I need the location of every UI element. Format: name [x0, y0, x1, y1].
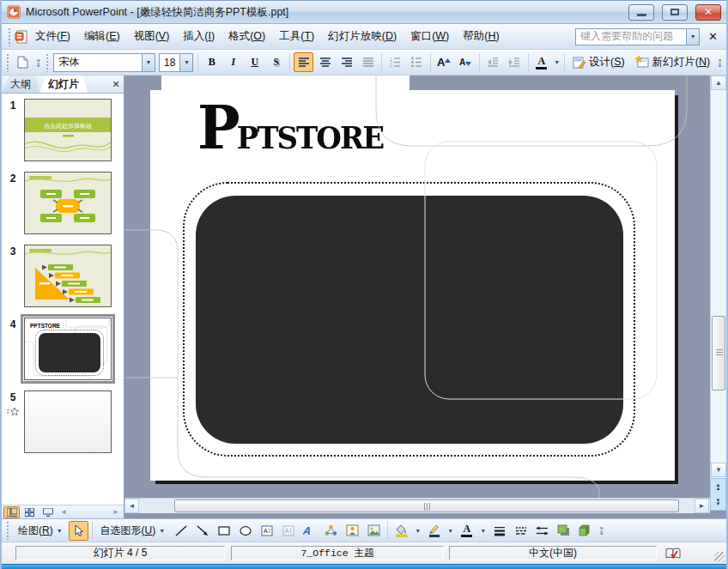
3d-style-button[interactable]	[575, 521, 595, 541]
menu-window[interactable]: 窗口(W)	[403, 26, 456, 47]
horizontal-scrollbar[interactable]: ◄ ►	[124, 498, 710, 513]
scroll-right-icon[interactable]: ►	[112, 508, 119, 516]
tab-slides[interactable]: 幻灯片	[39, 76, 88, 93]
new-document-button[interactable]	[13, 52, 33, 72]
dash-style-button[interactable]	[511, 521, 531, 541]
help-search-dropdown[interactable]: ▼	[686, 29, 699, 45]
draw-font-color-dropdown[interactable]: ▼	[477, 524, 488, 536]
dark-rounded-rectangle[interactable]	[196, 196, 623, 444]
font-color-button[interactable]: A	[531, 52, 551, 72]
slide-thumbnail-2[interactable]	[24, 172, 112, 234]
spell-check-icon[interactable]	[665, 547, 682, 560]
draw-font-color-button[interactable]: A	[457, 521, 476, 541]
vertical-scroll-thumb[interactable]	[712, 316, 725, 390]
help-search-box[interactable]: 键入需要帮助的问题 ▼	[575, 28, 700, 45]
arrow-tool-button[interactable]	[192, 521, 212, 541]
toolbar-drag-handle[interactable]	[46, 53, 49, 72]
vertical-scrollbar[interactable]: ▲ ▼	[710, 76, 726, 511]
text-shadow-button[interactable]: S	[266, 52, 286, 72]
slide-canvas[interactable]: PPTSTORE	[150, 90, 675, 481]
new-slide-button[interactable]: 新幻灯片(N)	[630, 53, 715, 71]
fill-color-dropdown[interactable]: ▼	[412, 524, 423, 536]
scroll-right-button[interactable]: ►	[695, 499, 709, 513]
draw-menu-button[interactable]: 绘图(R) ▼	[13, 522, 68, 540]
line-style-button[interactable]	[489, 521, 509, 541]
previous-slide-button[interactable]: ▲▲	[711, 479, 725, 494]
numbered-list-button[interactable]: 123	[385, 52, 405, 72]
close-button[interactable]: ✕	[695, 4, 721, 21]
slide-design-button[interactable]: 设计(S)	[567, 53, 630, 71]
scroll-left-icon[interactable]: ◄	[60, 508, 67, 516]
line-color-button[interactable]	[424, 521, 444, 541]
scroll-up-button[interactable]: ▲	[711, 76, 726, 90]
menubar-close-button[interactable]: ✕	[707, 30, 723, 43]
font-name-combo[interactable]: 宋体 ▼	[53, 53, 155, 72]
toolbar-options-chevron[interactable]: »⇓	[596, 520, 607, 541]
align-left-button[interactable]	[294, 52, 313, 72]
clip-art-button[interactable]	[343, 521, 362, 541]
menu-format[interactable]: 格式(O)	[221, 26, 272, 47]
wordart-button[interactable]: A	[300, 521, 319, 541]
vertical-text-box-button[interactable]: A	[278, 521, 298, 541]
tab-outline[interactable]: 大纲	[2, 76, 39, 93]
panel-scrollbar[interactable]: ◄ ►	[58, 508, 122, 516]
toolbar-options-chevron[interactable]: »⇓	[715, 52, 725, 73]
diagram-button[interactable]	[321, 521, 341, 541]
align-center-button[interactable]	[315, 52, 335, 72]
scroll-left-button[interactable]: ◄	[124, 499, 139, 513]
slide-sorter-view-button[interactable]	[21, 506, 38, 518]
offslide-shape[interactable]	[161, 76, 410, 90]
font-size-combo[interactable]: 18 ▼	[159, 53, 193, 72]
menu-edit[interactable]: 编辑(E)	[77, 26, 127, 47]
italic-button[interactable]: I	[223, 52, 243, 72]
pptstore-logo[interactable]: PPTSTORE	[197, 95, 383, 169]
increase-indent-button[interactable]	[505, 52, 525, 72]
bullet-list-button[interactable]	[407, 52, 427, 72]
font-name-dropdown[interactable]: ▼	[142, 54, 155, 71]
shadow-style-button[interactable]	[554, 521, 573, 541]
menu-help[interactable]: 帮助(H)	[456, 26, 506, 47]
oval-tool-button[interactable]	[235, 521, 255, 541]
slide-thumbnail-5[interactable]	[24, 390, 112, 453]
scroll-down-button[interactable]: ▼	[711, 463, 726, 477]
decrease-font-size-button[interactable]: A	[456, 52, 476, 72]
rectangle-tool-button[interactable]	[214, 521, 234, 541]
menu-view[interactable]: 视图(V)	[127, 26, 177, 47]
decrease-indent-button[interactable]	[483, 52, 503, 72]
slide-thumbnail-3[interactable]	[24, 245, 112, 307]
menu-insert[interactable]: 插入(I)	[176, 26, 221, 47]
slide-thumbnail-1[interactable]: 点击此处添加标题	[24, 99, 112, 161]
increase-font-size-button[interactable]: A	[434, 52, 454, 72]
bold-button[interactable]: B	[202, 52, 221, 72]
menu-tools[interactable]: 工具(T)	[272, 26, 321, 47]
line-tool-button[interactable]	[171, 521, 191, 541]
fill-color-button[interactable]	[391, 521, 411, 541]
menu-slideshow[interactable]: 幻灯片放映(D)	[321, 26, 403, 47]
distribute-text-button[interactable]	[358, 52, 378, 72]
menu-file[interactable]: 文件(F)	[28, 26, 77, 47]
font-size-dropdown[interactable]: ▼	[179, 54, 192, 71]
language-indicator[interactable]: 中文(中国)	[449, 546, 657, 560]
toolbar-options-chevron[interactable]: »⇓	[33, 52, 43, 73]
insert-picture-button[interactable]	[364, 521, 384, 541]
autoshapes-menu-button[interactable]: 自选图形(U) ▼	[95, 522, 171, 540]
resize-grip[interactable]	[714, 552, 725, 562]
minimize-button[interactable]	[628, 4, 654, 21]
slide-thumbnail-4-selected[interactable]: PPTSTORE	[24, 318, 112, 380]
maximize-button[interactable]	[662, 4, 688, 21]
normal-view-button[interactable]	[3, 506, 20, 518]
slideshow-view-button[interactable]	[39, 506, 56, 518]
font-color-dropdown[interactable]: ▼	[552, 57, 561, 69]
toolbar-drag-handle[interactable]	[8, 27, 12, 46]
toolbar-drag-handle[interactable]	[6, 53, 9, 72]
text-box-button[interactable]: A	[257, 521, 276, 541]
panel-close-button[interactable]: ✕	[108, 76, 124, 93]
underline-button[interactable]: U	[245, 52, 264, 72]
arrow-style-button[interactable]	[532, 521, 552, 541]
horizontal-scroll-thumb[interactable]	[174, 499, 679, 512]
select-objects-button[interactable]	[69, 521, 88, 541]
toolbar-drag-handle[interactable]	[6, 521, 10, 540]
align-right-button[interactable]	[337, 52, 356, 72]
next-slide-button[interactable]: ▼▼	[711, 494, 725, 510]
line-color-dropdown[interactable]: ▼	[445, 524, 456, 536]
